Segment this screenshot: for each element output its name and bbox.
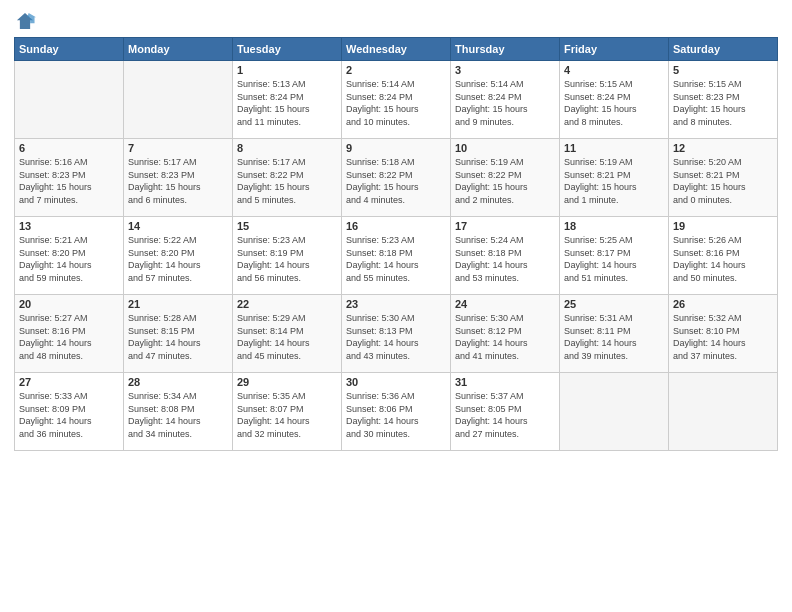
day-number: 28 [128, 376, 228, 388]
day-info: Sunrise: 5:18 AM Sunset: 8:22 PM Dayligh… [346, 156, 446, 206]
day-number: 19 [673, 220, 773, 232]
weekday-header-tuesday: Tuesday [233, 38, 342, 61]
weekday-header-thursday: Thursday [451, 38, 560, 61]
calendar-cell [124, 61, 233, 139]
day-info: Sunrise: 5:24 AM Sunset: 8:18 PM Dayligh… [455, 234, 555, 284]
weekday-header-saturday: Saturday [669, 38, 778, 61]
day-info: Sunrise: 5:15 AM Sunset: 8:23 PM Dayligh… [673, 78, 773, 128]
day-number: 16 [346, 220, 446, 232]
day-info: Sunrise: 5:15 AM Sunset: 8:24 PM Dayligh… [564, 78, 664, 128]
day-info: Sunrise: 5:20 AM Sunset: 8:21 PM Dayligh… [673, 156, 773, 206]
calendar-table: SundayMondayTuesdayWednesdayThursdayFrid… [14, 37, 778, 451]
day-info: Sunrise: 5:19 AM Sunset: 8:21 PM Dayligh… [564, 156, 664, 206]
calendar-week-row: 20Sunrise: 5:27 AM Sunset: 8:16 PM Dayli… [15, 295, 778, 373]
day-info: Sunrise: 5:36 AM Sunset: 8:06 PM Dayligh… [346, 390, 446, 440]
calendar-cell: 15Sunrise: 5:23 AM Sunset: 8:19 PM Dayli… [233, 217, 342, 295]
calendar-cell: 27Sunrise: 5:33 AM Sunset: 8:09 PM Dayli… [15, 373, 124, 451]
calendar-cell: 23Sunrise: 5:30 AM Sunset: 8:13 PM Dayli… [342, 295, 451, 373]
day-number: 29 [237, 376, 337, 388]
calendar-cell: 7Sunrise: 5:17 AM Sunset: 8:23 PM Daylig… [124, 139, 233, 217]
day-info: Sunrise: 5:30 AM Sunset: 8:12 PM Dayligh… [455, 312, 555, 362]
day-number: 24 [455, 298, 555, 310]
day-info: Sunrise: 5:21 AM Sunset: 8:20 PM Dayligh… [19, 234, 119, 284]
calendar-cell: 26Sunrise: 5:32 AM Sunset: 8:10 PM Dayli… [669, 295, 778, 373]
day-number: 1 [237, 64, 337, 76]
calendar-cell: 9Sunrise: 5:18 AM Sunset: 8:22 PM Daylig… [342, 139, 451, 217]
day-number: 9 [346, 142, 446, 154]
calendar-cell: 1Sunrise: 5:13 AM Sunset: 8:24 PM Daylig… [233, 61, 342, 139]
calendar-week-row: 27Sunrise: 5:33 AM Sunset: 8:09 PM Dayli… [15, 373, 778, 451]
calendar-cell: 14Sunrise: 5:22 AM Sunset: 8:20 PM Dayli… [124, 217, 233, 295]
day-info: Sunrise: 5:23 AM Sunset: 8:19 PM Dayligh… [237, 234, 337, 284]
logo-icon [14, 10, 36, 32]
calendar-cell: 28Sunrise: 5:34 AM Sunset: 8:08 PM Dayli… [124, 373, 233, 451]
day-number: 20 [19, 298, 119, 310]
calendar-cell: 20Sunrise: 5:27 AM Sunset: 8:16 PM Dayli… [15, 295, 124, 373]
day-number: 27 [19, 376, 119, 388]
day-info: Sunrise: 5:37 AM Sunset: 8:05 PM Dayligh… [455, 390, 555, 440]
day-number: 13 [19, 220, 119, 232]
day-number: 4 [564, 64, 664, 76]
calendar-cell [669, 373, 778, 451]
day-number: 3 [455, 64, 555, 76]
calendar-cell: 29Sunrise: 5:35 AM Sunset: 8:07 PM Dayli… [233, 373, 342, 451]
header [14, 10, 778, 32]
day-info: Sunrise: 5:13 AM Sunset: 8:24 PM Dayligh… [237, 78, 337, 128]
page: SundayMondayTuesdayWednesdayThursdayFrid… [0, 0, 792, 612]
calendar-cell [560, 373, 669, 451]
day-info: Sunrise: 5:31 AM Sunset: 8:11 PM Dayligh… [564, 312, 664, 362]
calendar-cell: 3Sunrise: 5:14 AM Sunset: 8:24 PM Daylig… [451, 61, 560, 139]
day-number: 6 [19, 142, 119, 154]
day-info: Sunrise: 5:22 AM Sunset: 8:20 PM Dayligh… [128, 234, 228, 284]
day-info: Sunrise: 5:34 AM Sunset: 8:08 PM Dayligh… [128, 390, 228, 440]
day-number: 25 [564, 298, 664, 310]
day-info: Sunrise: 5:23 AM Sunset: 8:18 PM Dayligh… [346, 234, 446, 284]
day-info: Sunrise: 5:32 AM Sunset: 8:10 PM Dayligh… [673, 312, 773, 362]
day-info: Sunrise: 5:35 AM Sunset: 8:07 PM Dayligh… [237, 390, 337, 440]
day-number: 12 [673, 142, 773, 154]
day-number: 8 [237, 142, 337, 154]
day-info: Sunrise: 5:27 AM Sunset: 8:16 PM Dayligh… [19, 312, 119, 362]
calendar-cell: 6Sunrise: 5:16 AM Sunset: 8:23 PM Daylig… [15, 139, 124, 217]
day-number: 11 [564, 142, 664, 154]
day-info: Sunrise: 5:16 AM Sunset: 8:23 PM Dayligh… [19, 156, 119, 206]
calendar-week-row: 1Sunrise: 5:13 AM Sunset: 8:24 PM Daylig… [15, 61, 778, 139]
day-number: 23 [346, 298, 446, 310]
calendar-cell: 30Sunrise: 5:36 AM Sunset: 8:06 PM Dayli… [342, 373, 451, 451]
day-number: 17 [455, 220, 555, 232]
day-number: 5 [673, 64, 773, 76]
weekday-header-monday: Monday [124, 38, 233, 61]
calendar-cell: 31Sunrise: 5:37 AM Sunset: 8:05 PM Dayli… [451, 373, 560, 451]
day-number: 14 [128, 220, 228, 232]
weekday-header-sunday: Sunday [15, 38, 124, 61]
day-info: Sunrise: 5:33 AM Sunset: 8:09 PM Dayligh… [19, 390, 119, 440]
calendar-cell: 25Sunrise: 5:31 AM Sunset: 8:11 PM Dayli… [560, 295, 669, 373]
calendar-cell: 12Sunrise: 5:20 AM Sunset: 8:21 PM Dayli… [669, 139, 778, 217]
day-info: Sunrise: 5:19 AM Sunset: 8:22 PM Dayligh… [455, 156, 555, 206]
calendar-cell: 18Sunrise: 5:25 AM Sunset: 8:17 PM Dayli… [560, 217, 669, 295]
day-number: 7 [128, 142, 228, 154]
day-number: 15 [237, 220, 337, 232]
calendar-cell: 13Sunrise: 5:21 AM Sunset: 8:20 PM Dayli… [15, 217, 124, 295]
calendar-cell: 19Sunrise: 5:26 AM Sunset: 8:16 PM Dayli… [669, 217, 778, 295]
calendar-cell: 22Sunrise: 5:29 AM Sunset: 8:14 PM Dayli… [233, 295, 342, 373]
day-info: Sunrise: 5:17 AM Sunset: 8:22 PM Dayligh… [237, 156, 337, 206]
day-number: 18 [564, 220, 664, 232]
calendar-cell: 16Sunrise: 5:23 AM Sunset: 8:18 PM Dayli… [342, 217, 451, 295]
logo [14, 10, 36, 32]
day-number: 21 [128, 298, 228, 310]
day-info: Sunrise: 5:17 AM Sunset: 8:23 PM Dayligh… [128, 156, 228, 206]
day-number: 2 [346, 64, 446, 76]
calendar-cell: 24Sunrise: 5:30 AM Sunset: 8:12 PM Dayli… [451, 295, 560, 373]
day-info: Sunrise: 5:14 AM Sunset: 8:24 PM Dayligh… [455, 78, 555, 128]
day-number: 22 [237, 298, 337, 310]
calendar-cell [15, 61, 124, 139]
weekday-header-friday: Friday [560, 38, 669, 61]
calendar-cell: 17Sunrise: 5:24 AM Sunset: 8:18 PM Dayli… [451, 217, 560, 295]
day-info: Sunrise: 5:26 AM Sunset: 8:16 PM Dayligh… [673, 234, 773, 284]
calendar-cell: 10Sunrise: 5:19 AM Sunset: 8:22 PM Dayli… [451, 139, 560, 217]
calendar-cell: 8Sunrise: 5:17 AM Sunset: 8:22 PM Daylig… [233, 139, 342, 217]
day-number: 10 [455, 142, 555, 154]
calendar-week-row: 13Sunrise: 5:21 AM Sunset: 8:20 PM Dayli… [15, 217, 778, 295]
day-info: Sunrise: 5:14 AM Sunset: 8:24 PM Dayligh… [346, 78, 446, 128]
